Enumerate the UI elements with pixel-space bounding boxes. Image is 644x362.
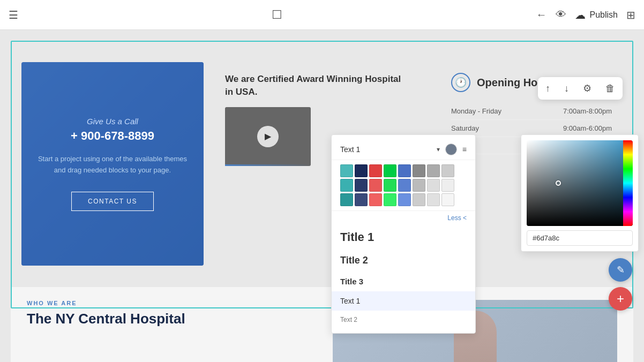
play-button[interactable]: ▶: [257, 126, 279, 147]
text-style-dropdown: Text 1 ▾ ≡: [331, 134, 476, 334]
move-down-button[interactable]: ↓: [562, 81, 571, 96]
who-we-are-section: WHO WE ARE The NY Central Hospital: [27, 300, 311, 327]
hue-slider[interactable]: [623, 140, 633, 226]
section-underline: [225, 164, 311, 166]
color-swatch[interactable]: [441, 164, 454, 177]
publish-button[interactable]: ☁ Publish: [575, 9, 618, 21]
color-swatch[interactable]: [384, 193, 396, 206]
hospital-title: The NY Central Hospital: [27, 311, 311, 327]
color-swatch[interactable]: [355, 164, 368, 177]
color-swatch[interactable]: [384, 164, 396, 177]
preview-icon[interactable]: 👁: [556, 9, 566, 21]
who-we-are-label: WHO WE ARE: [27, 300, 311, 306]
clock-icon: 🕐: [451, 73, 470, 92]
style-text1-option[interactable]: Text 1: [332, 291, 475, 311]
contact-card-content: Give Us a Call + 900-678-8899 Start a pr…: [38, 117, 188, 212]
move-up-button[interactable]: ↑: [543, 81, 552, 96]
dropdown-arrow-icon: ▾: [437, 146, 440, 153]
days-label: Monday - Friday: [451, 107, 501, 115]
style-title1-option[interactable]: Title 1: [332, 225, 475, 250]
less-button[interactable]: Less <: [332, 210, 475, 225]
color-swatch[interactable]: [398, 164, 411, 177]
style-title3-option[interactable]: Title 3: [332, 272, 475, 291]
hours-row: Monday - Friday 7:00am-8:00pm: [451, 103, 612, 120]
block-toolbar: ↑ ↓ ⚙ 🗑: [538, 77, 623, 100]
color-picker-panel: [521, 134, 639, 252]
toolbar-left: ☰: [9, 9, 18, 21]
color-swatch[interactable]: [398, 179, 411, 192]
color-swatches-grid: [332, 160, 475, 210]
color-swatch[interactable]: [355, 179, 368, 192]
toolbar-center: ☐: [272, 8, 282, 22]
color-swatch[interactable]: [369, 164, 382, 177]
color-swatch[interactable]: [355, 193, 368, 206]
color-swatch[interactable]: [413, 193, 425, 206]
color-swatch[interactable]: [427, 179, 440, 192]
text-color-swatch[interactable]: [445, 144, 457, 155]
phone-number: + 900-678-8899: [38, 129, 188, 143]
style-title2-option[interactable]: Title 2: [332, 250, 475, 272]
resize-icon[interactable]: ⊞: [626, 9, 635, 21]
color-swatch[interactable]: [369, 193, 382, 206]
delete-block-button[interactable]: 🗑: [603, 81, 617, 96]
color-gradient-box[interactable]: [527, 140, 633, 226]
block-settings-button[interactable]: ⚙: [581, 80, 594, 96]
color-swatch[interactable]: [398, 193, 411, 206]
color-swatch[interactable]: [340, 179, 353, 192]
give-call-label: Give Us a Call: [38, 117, 188, 126]
hours-value: 9:00am-6:00pm: [563, 124, 612, 132]
back-icon[interactable]: ←: [536, 9, 547, 21]
card-description: Start a project using one of the availab…: [38, 154, 188, 176]
color-swatch[interactable]: [441, 193, 454, 206]
style-text2-option[interactable]: Text 2: [332, 311, 475, 329]
contact-us-button[interactable]: CONTACT US: [71, 192, 154, 211]
contact-card: Give Us a Call + 900-678-8899 Start a pr…: [21, 62, 204, 266]
video-thumbnail[interactable]: ▶: [225, 107, 311, 166]
color-swatch[interactable]: [413, 164, 425, 177]
publish-label: Publish: [590, 10, 618, 20]
canvas-area: ↑ ↓ ⚙ 🗑 Give Us a Call + 900-678-8899 St…: [0, 30, 644, 362]
color-swatch[interactable]: [384, 179, 396, 192]
edit-fab-button[interactable]: ✎: [609, 258, 632, 282]
text-style-label: Text 1: [340, 145, 431, 154]
bottom-section: WHO WE ARE The NY Central Hospital: [11, 287, 633, 362]
device-icon[interactable]: ☐: [272, 8, 282, 22]
color-swatch[interactable]: [413, 179, 425, 192]
color-swatch[interactable]: [427, 193, 440, 206]
certified-text: We are Certified Award Winning Hospital …: [225, 73, 407, 99]
toolbar-right: ← 👁 ☁ Publish ⊞: [536, 9, 635, 21]
dropdown-header[interactable]: Text 1 ▾ ≡: [332, 139, 475, 160]
hours-value: 7:00am-8:00pm: [563, 107, 612, 115]
align-icon[interactable]: ≡: [462, 145, 467, 154]
cloud-icon: ☁: [575, 9, 586, 21]
add-fab-button[interactable]: +: [609, 287, 632, 311]
menu-icon[interactable]: ☰: [9, 9, 18, 21]
toolbar: ☰ ☐ ← 👁 ☁ Publish ⊞: [0, 0, 644, 30]
hex-input[interactable]: [527, 230, 633, 246]
color-swatch[interactable]: [369, 179, 382, 192]
color-swatch[interactable]: [427, 164, 440, 177]
color-swatch[interactable]: [441, 179, 454, 192]
days-label: Saturday: [451, 124, 479, 132]
color-swatch[interactable]: [340, 193, 353, 206]
color-swatch[interactable]: [340, 164, 353, 177]
color-picker-dot[interactable]: [556, 180, 561, 186]
